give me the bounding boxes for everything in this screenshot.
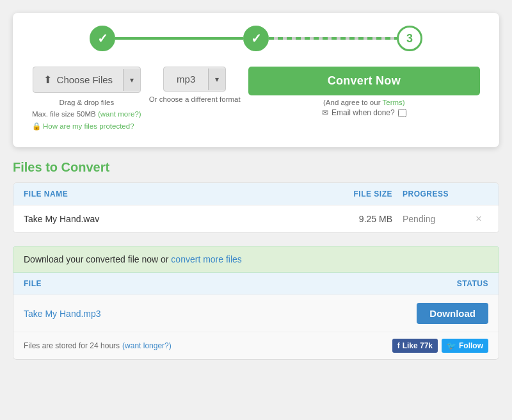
choose-files-arrow[interactable]: ▾ (123, 69, 140, 91)
col-header-size: FILE SIZE (335, 190, 392, 198)
step-1: ✓ (90, 26, 115, 51)
format-wrap: mp3 ▾ Or choose a different format (149, 67, 241, 103)
twitter-follow-button[interactable]: 🐦 Follow (442, 339, 488, 353)
download-notice: Download your converted file now or conv… (13, 246, 499, 273)
storage-row: Files are stored for 24 hours (want long… (13, 332, 499, 359)
social-buttons: f Like 77k 🐦 Follow (392, 339, 488, 353)
lock-line: 🔒 How are my files protected? (32, 120, 141, 132)
line-2 (269, 37, 397, 40)
drag-drop-text: Drag & drop files (60, 99, 115, 106)
step-3-label: 3 (406, 32, 413, 45)
files-section: Files to Convert FILE NAME FILE SIZE PRO… (13, 160, 499, 233)
choose-files-button[interactable]: ⬆ Choose Files ▾ (33, 67, 141, 93)
twitter-icon: 🐦 (447, 341, 456, 350)
facebook-like-button[interactable]: f Like 77k (392, 339, 438, 353)
terms-pre: (And agree to our (323, 99, 381, 106)
files-section-title: Files to Convert (13, 160, 499, 175)
download-table: FILE STATUS Take My Hand.mp3 Download Fi… (13, 273, 499, 360)
files-title-accent: Convert (61, 160, 110, 174)
dl-col-header-file: FILE (24, 279, 386, 288)
download-button[interactable]: Download (417, 303, 488, 324)
step-1-check: ✓ (97, 31, 108, 46)
facebook-icon: f (397, 341, 400, 350)
choose-files-wrap: ⬆ Choose Files ▾ Drag & drop files Max. … (32, 67, 141, 132)
format-sub: Or choose a different format (149, 95, 241, 103)
file-progress: Pending (392, 214, 469, 224)
notice-text: Download your converted file now or (24, 254, 168, 264)
stepper: ✓ ✓ 3 (32, 26, 480, 51)
step-2-check: ✓ (251, 31, 262, 46)
remove-file-button[interactable]: × (469, 213, 488, 225)
format-chevron[interactable]: ▾ (208, 69, 225, 90)
want-more-link[interactable]: (want more?) (98, 110, 141, 118)
format-label: mp3 (164, 67, 208, 91)
choose-files-chevron: ▾ (130, 76, 134, 85)
files-table: FILE NAME FILE SIZE PROGRESS Take My Han… (13, 182, 499, 233)
step-2: ✓ (243, 26, 269, 51)
dl-col-header-status: STATUS (386, 279, 488, 288)
converted-filename[interactable]: Take My Hand.mp3 (24, 309, 386, 319)
table-row: Take My Hand.wav 9.25 MB Pending × (13, 205, 499, 232)
file-size: 9.25 MB (335, 214, 392, 224)
files-table-header: FILE NAME FILE SIZE PROGRESS (13, 183, 499, 205)
convert-more-link[interactable]: convert more files (171, 254, 241, 264)
line-1 (115, 37, 243, 40)
choose-files-main: ⬆ Choose Files (33, 67, 124, 92)
terms-link[interactable]: Terms) (383, 99, 405, 106)
download-table-header: FILE STATUS (13, 273, 499, 295)
choose-files-label: Choose Files (57, 74, 113, 85)
col-header-name: FILE NAME (24, 190, 335, 198)
terms-line: (And agree to our Terms) (323, 99, 405, 106)
format-select-button[interactable]: mp3 ▾ (163, 67, 226, 92)
envelope-icon: ✉ (322, 108, 328, 117)
col-header-progress: PROGRESS (392, 190, 469, 198)
storage-text: Files are stored for 24 hours (24, 341, 120, 350)
download-status: Download (386, 303, 488, 324)
email-label: Email when done? (332, 108, 395, 117)
email-line: ✉ Email when done? (322, 108, 406, 117)
email-checkbox[interactable] (398, 109, 406, 117)
max-size-text: Max. file size 50MB (32, 110, 96, 118)
protected-link[interactable]: How are my files protected? (43, 120, 134, 132)
download-section: Download your converted file now or conv… (13, 246, 499, 360)
file-name: Take My Hand.wav (24, 214, 335, 224)
twitter-label: Follow (459, 341, 483, 350)
download-row: Take My Hand.mp3 Download (13, 295, 499, 332)
upload-icon: ⬆ (44, 74, 52, 86)
main-card: ✓ ✓ 3 ⬆ Choose Files ▾ Drag & drop fi (13, 13, 499, 147)
controls-row: ⬆ Choose Files ▾ Drag & drop files Max. … (32, 67, 480, 132)
step-3: 3 (397, 26, 422, 51)
convert-button[interactable]: Convert Now (248, 67, 480, 95)
want-longer-link[interactable]: (want longer?) (122, 341, 172, 350)
col-header-action (469, 190, 488, 198)
files-title-text: Files to (13, 160, 58, 174)
facebook-label: Like 77k (403, 341, 433, 350)
choose-files-sub: Drag & drop files Max. file size 50MB (w… (32, 97, 141, 132)
lock-icon: 🔒 (32, 120, 41, 132)
convert-wrap: Convert Now (And agree to our Terms) ✉ E… (248, 67, 480, 117)
